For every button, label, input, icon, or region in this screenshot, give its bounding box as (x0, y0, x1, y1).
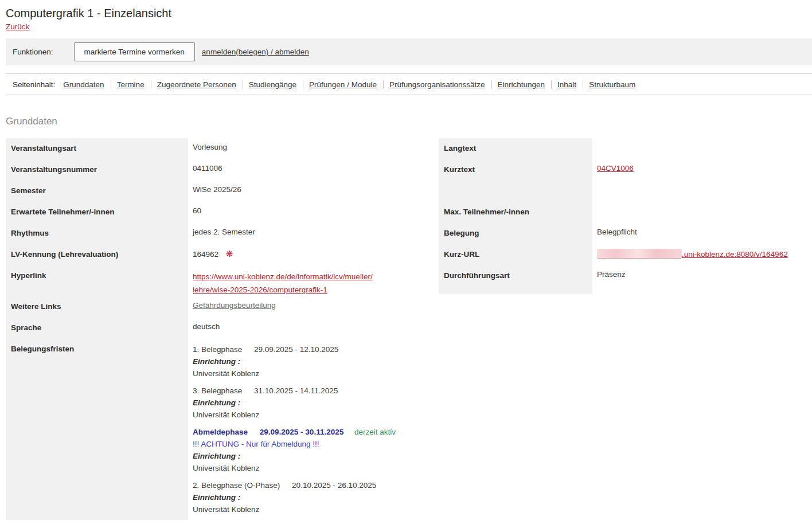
label-hyperlink: Hyperlink (6, 265, 188, 296)
back-link[interactable]: Zurück (6, 22, 29, 31)
value-langtext (592, 138, 812, 159)
right-table-bottom-spacer (439, 287, 592, 294)
value-veranstaltungsnummer: 0411006 (188, 159, 433, 181)
phase-active-badge: derzeit aktiv (354, 428, 396, 436)
value-kurz-url: .uni-koblenz.de:8080/v/164962 (592, 244, 812, 265)
redacted-url-part (597, 249, 682, 259)
belegphase-2-o-phase: 2. Belegphase (O-Phase) 20.10.2025 - 26.… (193, 479, 428, 515)
functions-bar: Funktionen: markierte Termine vormerken … (6, 38, 812, 65)
lv-kennung-number: 164962 (193, 250, 218, 259)
empty-row-label (439, 181, 592, 202)
course-hyperlink[interactable]: https://www.uni-koblenz.de/de/informatik… (193, 270, 428, 296)
value-weitere-links: Gefährdungsbeurteilung (188, 296, 433, 318)
label-kurztext: Kurztext (439, 159, 592, 181)
einrichtung-label: Einrichtung : (193, 355, 428, 367)
value-lv-kennung: 164962 ❋ (188, 244, 433, 265)
gefaehrdungsbeurteilung-link[interactable]: Gefährdungsbeurteilung (193, 301, 276, 310)
einrichtung-value: Universität Koblenz (193, 409, 428, 421)
nav-link-inhalt[interactable]: Inhalt (557, 80, 583, 89)
nav-link-strukturbaum[interactable]: Strukturbaum (589, 80, 642, 89)
einrichtung-label: Einrichtung : (193, 450, 428, 462)
nav-link-zugeordnete-personen[interactable]: Zugeordnete Personen (157, 80, 243, 89)
einrichtung-value: Universität Koblenz (193, 503, 428, 515)
label-veranstaltungsnummer: Veranstaltungsnummer (6, 159, 188, 181)
nav-link-pruefungen-module[interactable]: Prüfungen / Module (309, 80, 384, 89)
page-content-label: Seiteninhalt: (13, 80, 55, 89)
value-hyperlink: https://www.uni-koblenz.de/de/informatik… (188, 265, 433, 296)
label-semester: Semester (6, 181, 188, 202)
label-lv-kennung: LV-Kennung (Lehrevaluation) (6, 244, 188, 265)
value-max-teilnehmer (592, 202, 812, 223)
label-belegungsfristen: Belegungsfristen (6, 339, 188, 520)
reserve-marked-dates-button[interactable]: markierte Termine vormerken (74, 42, 195, 61)
value-belegungsfristen: 1. Belegphase 29.09.2025 - 12.10.2025 Ei… (188, 339, 433, 520)
grunddaten-right-table: Langtext Kurztext 04CV1006 Max. Teilnehm… (439, 138, 812, 294)
nav-link-grunddaten[interactable]: Grunddaten (63, 80, 111, 89)
value-semester: WiSe 2025/26 (188, 181, 433, 202)
label-durchfuehrungsart: Durchführungsart (439, 265, 592, 287)
einrichtung-label: Einrichtung : (193, 491, 428, 503)
einrichtung-label: Einrichtung : (193, 397, 428, 409)
belegphase-1: 1. Belegphase 29.09.2025 - 12.10.2025 Ei… (193, 343, 428, 380)
value-veranstaltungsart: Vorlesung (188, 138, 433, 159)
kurz-url-visible-text: .uni-koblenz.de:8080/v/164962 (682, 250, 788, 259)
section-heading-grunddaten: Grunddaten (6, 116, 812, 127)
einrichtung-value: Universität Koblenz (193, 367, 428, 380)
label-rhythmus: Rhythmus (6, 223, 188, 244)
kurz-url-link[interactable]: .uni-koblenz.de:8080/v/164962 (597, 250, 788, 259)
abmeldephase: Abmeldephase 29.09.2025 - 30.11.2025 der… (193, 426, 428, 474)
grunddaten-left-table: Veranstaltungsart Vorlesung Veranstaltun… (6, 138, 433, 520)
register-deregister-link[interactable]: anmelden(belegen) / abmelden (202, 48, 309, 56)
label-belegung: Belegung (439, 223, 592, 244)
nav-link-studiengaenge[interactable]: Studiengänge (249, 80, 303, 89)
page-content-nav: Seiteninhalt: Grunddaten Termine Zugeord… (6, 73, 812, 95)
label-langtext: Langtext (439, 138, 592, 159)
value-durchfuehrungsart: Präsenz (592, 265, 812, 287)
abmeldephase-warning: !!! ACHTUNG - Nur für Abmeldung !!! (193, 438, 428, 450)
value-erwartete-teilnehmer: 60 (188, 202, 433, 223)
label-kurz-url: Kurz-URL (439, 244, 592, 265)
course-hyperlink-line1: https://www.uni-koblenz.de/de/informatik… (193, 270, 428, 283)
course-hyperlink-line2: lehre/wise-2025-2026/computergrafik-1 (193, 283, 428, 296)
label-veranstaltungsart: Veranstaltungsart (6, 138, 188, 159)
evaluation-star-icon: ❋ (226, 249, 233, 259)
label-sprache: Sprache (6, 318, 188, 339)
functions-label: Funktionen: (13, 48, 53, 56)
grunddaten-tables: Veranstaltungsart Vorlesung Veranstaltun… (6, 138, 812, 520)
label-max-teilnehmer: Max. Teilnehmer/-innen (439, 202, 592, 223)
empty-row-value (592, 181, 812, 202)
belegphase-3: 3. Belegphase 31.10.2025 - 14.11.2025 Ei… (193, 385, 428, 421)
nav-link-einrichtungen[interactable]: Einrichtungen (498, 80, 552, 89)
value-sprache: deutsch (188, 318, 433, 339)
label-weitere-links: Weitere Links (6, 296, 188, 318)
value-rhythmus: jedes 2. Semester (188, 223, 433, 244)
label-erwartete-teilnehmer: Erwartete Teilnehmer/-innen (6, 202, 188, 223)
page-title: Computergrafik 1 - Einzelansicht (6, 7, 812, 20)
kurztext-link[interactable]: 04CV1006 (597, 164, 634, 173)
nav-link-pruefungsorganisationssaetze[interactable]: Prüfungsorganisationssätze (389, 80, 492, 89)
nav-link-termine[interactable]: Termine (117, 80, 151, 89)
value-belegung: Belegpflicht (592, 223, 812, 244)
einrichtung-value: Universität Koblenz (193, 462, 428, 474)
value-kurztext: 04CV1006 (592, 159, 812, 181)
